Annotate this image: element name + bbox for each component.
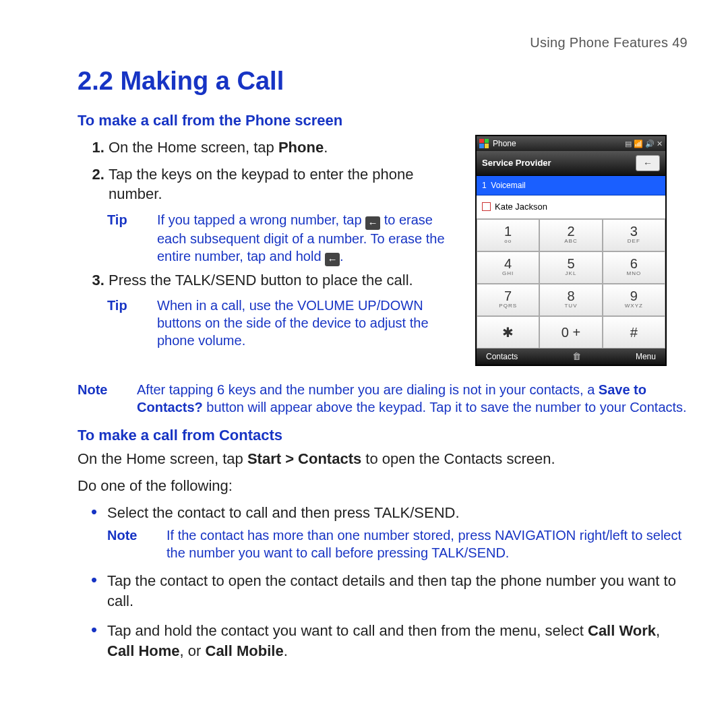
phone-screenshot: Phone ▤ 📶 🔊 ✕ Service Provider ← 1 Voice…: [475, 135, 667, 366]
key-num: 7: [504, 289, 512, 303]
key-num: 4: [504, 257, 512, 270]
section-title: 2.2 Making a Call: [78, 64, 688, 98]
tip-1-pre: If you tapped a wrong number, tap: [157, 212, 365, 227]
keypad-key-2[interactable]: 3DEF: [603, 219, 665, 251]
note-1-pre: After tapping 6 keys and the number you …: [137, 382, 599, 397]
keypad-key-0[interactable]: 1oo: [477, 219, 539, 251]
start-icon: [479, 139, 489, 148]
key-label: GHI: [502, 270, 514, 278]
note-1-post: button will appear above the keypad. Tap…: [203, 400, 687, 415]
tip-1-label: Tip: [107, 211, 138, 266]
key-num: 1: [504, 224, 512, 238]
para2a-pre: On the Home screen, tap: [78, 450, 247, 467]
backspace-icon-2: ←: [325, 253, 340, 266]
step-1-post: .: [324, 139, 328, 156]
key-label: PQRS: [499, 303, 517, 310]
voicemail-label: Voicemail: [491, 181, 525, 190]
phone-titlebar: Phone ▤ 📶 🔊 ✕: [477, 136, 665, 151]
bullet-3-m1: ,: [656, 622, 660, 639]
tip-2-body: When in a call, use the VOLUME UP/DOWN b…: [157, 297, 455, 349]
bullet-1-note-label: Note: [107, 526, 148, 562]
phone-keypad: 1oo2ABC3DEF4GHI5JKL6MNO7PQRS8TUV9WXYZ✱0 …: [477, 219, 665, 348]
provider-bar: Service Provider ←: [477, 151, 665, 176]
voicemail-row[interactable]: 1 Voicemail: [477, 176, 665, 195]
bullet-1: Select the contact to call and then pres…: [107, 503, 688, 562]
key-num: 3: [630, 224, 638, 238]
tip-1: Tip If you tapped a wrong number, tap ← …: [107, 211, 455, 266]
backspace-icon: ←: [365, 216, 380, 230]
steps-list: On the Home screen, tap Phone. Tap the k…: [78, 138, 455, 204]
step-1-pre: On the Home screen, tap: [109, 139, 278, 156]
step-2: Tap the keys on the keypad to enter the …: [109, 164, 455, 204]
subhead-contacts: To make a call from Contacts: [78, 425, 688, 446]
key-label: TUV: [564, 303, 577, 310]
keypad-key-4[interactable]: 5JKL: [539, 251, 602, 284]
contacts-options: Select the contact to call and then pres…: [78, 503, 688, 661]
step-1: On the Home screen, tap Phone.: [109, 138, 455, 158]
key-label: ABC: [564, 238, 577, 245]
key-num: 8: [567, 289, 574, 303]
keypad-key-6[interactable]: 7PQRS: [477, 284, 539, 316]
para2a-bold: Start > Contacts: [247, 450, 361, 467]
key-num: 9: [630, 289, 638, 303]
tip-1-body: If you tapped a wrong number, tap ← to e…: [157, 211, 455, 266]
status-icons: ▤ 📶 🔊 ✕: [625, 139, 663, 149]
subhead-phone-screen: To make a call from the Phone screen: [78, 111, 688, 131]
key-num: 0 +: [562, 326, 580, 339]
keypad-key-7[interactable]: 8TUV: [539, 284, 602, 316]
contact-icon: [482, 202, 491, 211]
bullet-3-b1: Call Work: [588, 622, 656, 639]
bullet-3-pre: Tap and hold the contact you want to cal…: [107, 622, 588, 639]
contact-row[interactable]: Kate Jackson: [477, 195, 665, 219]
keypad-key-1[interactable]: 2ABC: [539, 219, 602, 251]
steps-list-cont: Press the TALK/SEND button to place the …: [78, 270, 455, 291]
softkey-left[interactable]: Contacts: [486, 351, 518, 362]
key-num: 5: [567, 257, 574, 270]
note-1-body: After tapping 6 keys and the number you …: [137, 381, 688, 416]
keypad-key-10[interactable]: 0 +: [539, 316, 602, 348]
note-1-label: Note: [78, 381, 118, 416]
key-label: MNO: [626, 270, 641, 278]
running-header: Using Phone Features 49: [78, 34, 688, 52]
bullet-3-b2: Call Home: [107, 642, 180, 659]
provider-text: Service Provider: [482, 157, 551, 169]
tip-2: Tip When in a call, use the VOLUME UP/DO…: [107, 297, 455, 349]
keypad-key-5[interactable]: 6MNO: [603, 251, 665, 284]
key-label: DEF: [628, 238, 640, 245]
bullet-1-note: Note If the contact has more than one nu…: [107, 526, 688, 562]
tip-1-post: .: [340, 249, 344, 264]
bullet-1-note-body: If the contact has more than one number …: [166, 526, 688, 562]
voicemail-index: 1: [482, 181, 487, 190]
bullet-3: Tap and hold the contact you want to cal…: [107, 621, 688, 661]
note-1: Note After tapping 6 keys and the number…: [78, 381, 688, 416]
bullet-3-b3: Call Mobile: [206, 642, 284, 659]
key-label: oo: [504, 238, 512, 245]
para-do-one: Do one of the following:: [78, 476, 688, 496]
key-label: JKL: [566, 270, 577, 278]
softkey-bar: Contacts 🗑 Menu: [477, 348, 665, 365]
keypad-key-9[interactable]: ✱: [477, 316, 539, 348]
keypad-key-8[interactable]: 9WXYZ: [603, 284, 665, 316]
step-1-bold: Phone: [278, 139, 324, 156]
bullet-3-m2: , or: [180, 642, 206, 659]
softkey-right[interactable]: Menu: [636, 351, 656, 362]
para-contacts-open: On the Home screen, tap Start > Contacts…: [78, 449, 688, 469]
step-3: Press the TALK/SEND button to place the …: [109, 270, 455, 291]
key-num: #: [630, 326, 638, 339]
para2a-post: to open the Contacts screen.: [361, 450, 555, 467]
key-num: 2: [567, 224, 574, 238]
contact-name: Kate Jackson: [495, 201, 547, 213]
keypad-key-3[interactable]: 4GHI: [477, 251, 539, 284]
keypad-key-11[interactable]: #: [603, 316, 665, 348]
key-num: 6: [630, 257, 638, 270]
phone-title: Phone: [493, 138, 516, 149]
delete-digit-button[interactable]: ←: [636, 155, 660, 171]
softkey-center-icon[interactable]: 🗑: [572, 351, 581, 363]
bullet-3-post: .: [284, 642, 288, 659]
bullet-2: Tap the contact to open the contact deta…: [107, 571, 688, 611]
bullet-1-text: Select the contact to call and then pres…: [107, 504, 460, 521]
key-num: ✱: [502, 326, 514, 339]
tip-2-label: Tip: [107, 297, 138, 349]
key-label: WXYZ: [625, 303, 643, 310]
